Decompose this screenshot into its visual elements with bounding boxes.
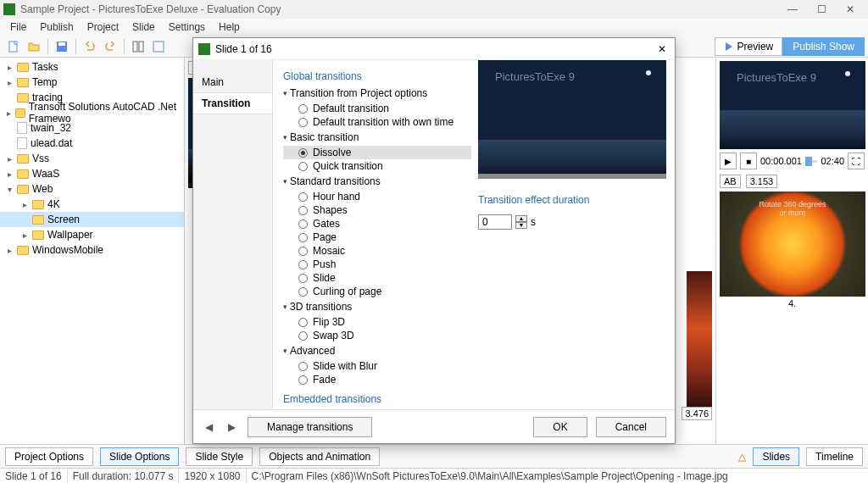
tree-node-label: Temp xyxy=(32,76,57,88)
chevron-icon[interactable]: ▸ xyxy=(5,154,14,164)
tree-node-label: twain_32 xyxy=(31,122,71,134)
opt-default-own-time[interactable]: Default transition with own time xyxy=(283,115,471,129)
tree-node[interactable]: ▸WaaS xyxy=(0,166,184,181)
opt-swap-3d[interactable]: Swap 3D xyxy=(283,329,471,342)
cancel-button[interactable]: Cancel xyxy=(596,417,666,437)
opt-flip-3d[interactable]: Flip 3D xyxy=(283,315,471,329)
tree-node[interactable]: Screen xyxy=(0,212,184,227)
timeline-slider[interactable] xyxy=(805,160,818,163)
opt-slide-blur[interactable]: Slide with Blur xyxy=(283,359,471,373)
preview-thumbnail[interactable]: PicturesToExe 9 xyxy=(720,61,865,149)
duration-input[interactable] xyxy=(478,214,512,230)
fullscreen-icon[interactable] xyxy=(149,37,168,56)
warning-icon[interactable]: △ xyxy=(738,451,746,463)
tab-main[interactable]: Main xyxy=(193,72,272,92)
menu-help[interactable]: Help xyxy=(212,19,247,35)
slide-options-dialog: Slide 1 of 16 ✕ Main Transition Global t… xyxy=(192,37,676,444)
next-slide-button[interactable]: ▶ xyxy=(225,421,239,433)
status-slide: Slide 1 of 16 xyxy=(0,469,68,483)
opt-fade[interactable]: Fade xyxy=(283,373,471,386)
tree-node[interactable]: ▸Temp xyxy=(0,75,184,90)
group-standard[interactable]: ▾Standard transitions xyxy=(283,175,471,187)
opt-push[interactable]: Push xyxy=(283,258,471,271)
tree-node-label: Vss xyxy=(32,153,49,164)
tab-transition[interactable]: Transition xyxy=(193,92,272,114)
opt-curling[interactable]: Curling of page xyxy=(283,285,471,298)
chevron-icon[interactable]: ▸ xyxy=(5,63,14,72)
tree-node[interactable]: ▸Transoft Solutions AutoCAD .Net Framewo xyxy=(0,105,184,120)
folder-icon xyxy=(17,246,29,255)
minimize-button[interactable]: — xyxy=(778,0,807,19)
slide-options-button[interactable]: Slide Options xyxy=(100,447,179,466)
chevron-icon[interactable]: ▸ xyxy=(20,200,29,209)
opt-default[interactable]: Default transition xyxy=(283,102,471,115)
manage-transitions-button[interactable]: Manage transitions xyxy=(248,417,372,437)
opt-slide[interactable]: Slide xyxy=(283,271,471,285)
group-3d[interactable]: ▾3D transitions xyxy=(283,301,471,313)
stop-button[interactable]: ■ xyxy=(740,153,757,169)
folder-icon xyxy=(32,200,44,209)
tree-node[interactable]: ulead.dat xyxy=(0,136,184,151)
tree-node-label: WaaS xyxy=(32,168,59,180)
preview-button[interactable]: Preview xyxy=(715,37,783,56)
menu-project[interactable]: Project xyxy=(81,19,125,35)
folder-icon xyxy=(32,230,44,240)
duration-spinner[interactable]: ▲▼ xyxy=(515,215,527,229)
group-project-options[interactable]: ▾Transition from Project options xyxy=(283,87,471,99)
objects-animation-button[interactable]: Objects and Animation xyxy=(259,447,380,466)
chevron-icon[interactable]: ▾ xyxy=(5,185,14,194)
opt-quick[interactable]: Quick transition xyxy=(283,159,471,173)
prev-slide-button[interactable]: ◀ xyxy=(202,421,216,433)
chevron-icon[interactable]: ▸ xyxy=(5,169,14,179)
new-icon[interactable] xyxy=(4,37,23,56)
play-button[interactable]: ▶ xyxy=(720,153,737,169)
chevron-icon[interactable]: ▸ xyxy=(5,78,14,87)
close-button[interactable]: ✕ xyxy=(836,0,865,19)
ok-button[interactable]: OK xyxy=(533,417,587,437)
project-options-button[interactable]: Project Options xyxy=(5,447,93,466)
slide-thumbnail-partial[interactable] xyxy=(687,271,712,415)
tree-node[interactable]: ▸Tasks xyxy=(0,59,184,75)
folder-tree[interactable]: ▸Tasks▸Temptracing▸Transoft Solutions Au… xyxy=(0,58,185,444)
ab-button-right[interactable]: AB xyxy=(720,175,741,188)
slide-thumbnail-4[interactable]: Rotate 360 degrees or more xyxy=(720,192,865,297)
slide-style-button[interactable]: Slide Style xyxy=(186,447,253,466)
timeline-tab[interactable]: Timeline xyxy=(806,447,863,466)
menu-publish[interactable]: Publish xyxy=(33,19,80,35)
tree-node[interactable]: ▸4K xyxy=(0,197,184,212)
opt-gates[interactable]: Gates xyxy=(283,217,471,230)
save-icon[interactable] xyxy=(53,37,71,56)
preview-watermark: PicturesToExe 9 xyxy=(737,71,816,84)
ab-value-right[interactable]: 3.153 xyxy=(746,175,778,188)
slides-tab[interactable]: Slides xyxy=(753,447,799,466)
tree-node[interactable]: ▸WindowsMobile xyxy=(0,242,184,258)
undo-icon[interactable] xyxy=(81,37,99,56)
group-basic[interactable]: ▾Basic transition xyxy=(283,131,471,143)
tree-node[interactable]: ▾Web xyxy=(0,181,184,197)
embedded-transitions-link[interactable]: Embedded transitions xyxy=(283,393,471,405)
layout-icon[interactable] xyxy=(129,37,147,56)
chevron-icon[interactable]: ▸ xyxy=(5,246,14,255)
svg-rect-2 xyxy=(58,42,65,46)
chevron-icon[interactable]: ▸ xyxy=(5,108,12,118)
menu-settings[interactable]: Settings xyxy=(162,19,212,35)
opt-mosaic[interactable]: Mosaic xyxy=(283,244,471,258)
open-icon[interactable] xyxy=(25,37,43,56)
redo-icon[interactable] xyxy=(101,37,120,56)
dialog-close-button[interactable]: ✕ xyxy=(654,43,670,55)
group-advanced[interactable]: ▾Advanced xyxy=(283,345,471,357)
tree-node[interactable]: ▸Wallpaper xyxy=(0,227,184,242)
opt-shapes[interactable]: Shapes xyxy=(283,203,471,217)
fullscreen-preview-button[interactable]: ⛶ xyxy=(848,153,865,169)
chevron-icon[interactable]: ▸ xyxy=(20,230,29,240)
publish-button[interactable]: Publish Show xyxy=(782,37,865,56)
menu-slide[interactable]: Slide xyxy=(125,19,162,35)
global-transitions-link[interactable]: Global transitions xyxy=(283,70,471,82)
opt-hour-hand[interactable]: Hour hand xyxy=(283,190,471,203)
opt-dissolve[interactable]: Dissolve xyxy=(283,146,471,159)
maximize-button[interactable]: ☐ xyxy=(807,0,836,19)
menu-file[interactable]: File xyxy=(3,19,33,35)
tree-node[interactable]: ▸Vss xyxy=(0,151,184,166)
opt-page[interactable]: Page xyxy=(283,230,471,244)
status-path: C:\Program Files (x86)\WnSoft PicturesTo… xyxy=(247,469,868,483)
